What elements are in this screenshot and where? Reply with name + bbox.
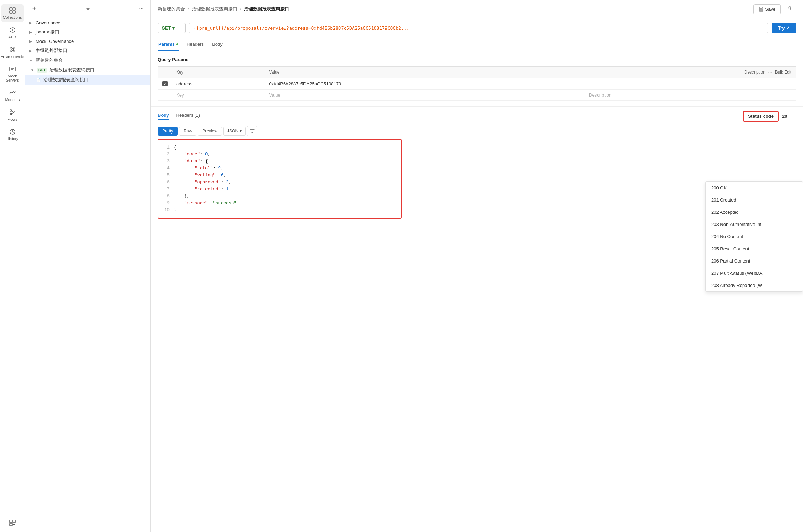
status-option-200[interactable]: 200 OK [706, 182, 803, 194]
delete-button[interactable] [783, 3, 796, 15]
breadcrumb-sep-2: / [240, 7, 241, 12]
tree-item-new-collection[interactable]: ▼ 新创建的集合 [25, 55, 150, 65]
governance-doc-label: 治理数据报表查询接口 [43, 77, 89, 83]
sidebar-item-monitors[interactable]: Monitors [1, 86, 24, 105]
chevron-right-icon: ▶ [29, 39, 33, 43]
th-actions: Description ··· Bulk Edit [589, 69, 791, 75]
filter-icon [85, 6, 91, 11]
tree-item-governance-api[interactable]: ▼ GET 治理数据报表查询接口 [25, 65, 150, 75]
breadcrumb-actions: Save [753, 3, 796, 15]
relay-chain-label: 中继链外部接口 [36, 47, 67, 54]
tab-body[interactable]: Body [211, 38, 223, 51]
format-tab-preview[interactable]: Preview [198, 127, 222, 136]
code-line: 6 "approved": 2, [164, 179, 396, 186]
request-tabs-bar: Params Headers Body [151, 38, 803, 51]
tab-params[interactable]: Params [158, 38, 179, 51]
main-content: 新创建的集合 / 治理数据报表查询接口 / 治理数据报表查询接口 Save [151, 0, 803, 532]
svg-rect-0 [10, 8, 12, 10]
status-option-203[interactable]: 203 Non-Authoritative Inf [706, 218, 803, 230]
bulk-edit-button[interactable]: Bulk Edit [775, 70, 791, 75]
json-select[interactable]: JSON ▾ [223, 127, 246, 136]
params-dot [176, 43, 178, 45]
chevron-down-icon: ▼ [29, 59, 33, 62]
environments-icon [9, 46, 16, 53]
value-cell[interactable]: 0xfd4B6b2887c5DA25aCC5108179... [265, 78, 585, 90]
svg-point-5 [10, 47, 15, 52]
mock-governance-label: Mock_Governance [36, 39, 74, 44]
tree-item-governance[interactable]: ▶ Governance [25, 18, 150, 27]
format-tab-pretty[interactable]: Pretty [158, 127, 178, 136]
sidebar-item-apis[interactable]: APIs [1, 24, 24, 42]
breadcrumb-part-1[interactable]: 新创建的集合 [158, 6, 185, 12]
status-option-202[interactable]: 202 Accepted [706, 206, 803, 218]
tab-headers[interactable]: Headers [186, 38, 204, 51]
collections-label: Collections [3, 15, 22, 20]
breadcrumb-part-2[interactable]: 治理数据报表查询接口 [192, 6, 237, 12]
code-line: 7 "rejected": 1 [164, 186, 396, 193]
filter-button[interactable] [42, 3, 134, 13]
checkbox[interactable]: ✓ [162, 81, 168, 86]
status-option-205[interactable]: 205 Reset Content [706, 243, 803, 255]
key-placeholder[interactable]: Key [172, 90, 265, 101]
try-button[interactable]: Try ↗ [772, 23, 796, 33]
jsonrpc-label: jsonrpc接口 [36, 29, 59, 35]
tree-item-governance-doc[interactable]: 📄 治理数据报表查询接口 [25, 75, 150, 85]
code-line: 8 }, [164, 193, 396, 200]
method-select[interactable]: GET ▾ [158, 23, 186, 33]
code-line: 3 "data": { [164, 158, 396, 165]
monitors-icon [9, 89, 16, 96]
sidebar-item-collections[interactable]: Collections [1, 4, 24, 22]
status-option-204[interactable]: 204 No Content [706, 230, 803, 243]
sidebar-item-history[interactable]: History [1, 126, 24, 144]
filter-response-button[interactable] [247, 126, 257, 136]
sidebar-item-explore[interactable] [1, 517, 24, 532]
col-key: Key [172, 67, 265, 78]
response-tab-body[interactable]: Body [158, 113, 169, 120]
breadcrumb-current: 治理数据报表查询接口 [244, 6, 289, 12]
collections-header: + ··· [25, 0, 150, 17]
svg-rect-14 [10, 523, 12, 526]
status-option-207[interactable]: 207 Multi-Status (WebDA [706, 267, 803, 279]
status-code-input[interactable] [782, 114, 796, 119]
key-cell[interactable]: address [172, 78, 265, 90]
status-code-label: Status code [748, 114, 774, 119]
status-option-206[interactable]: 206 Partial Content [706, 255, 803, 267]
col-value: Value [265, 67, 585, 78]
format-tab-raw[interactable]: Raw [179, 127, 196, 136]
status-dropdown: 200 OK 201 Created 202 Accepted 203 Non-… [705, 181, 803, 292]
add-collection-button[interactable]: + [29, 3, 39, 13]
checkbox-cell[interactable]: ✓ [158, 78, 172, 90]
url-input[interactable] [189, 23, 768, 33]
response-tab-right: Status code [743, 111, 796, 122]
col-checkbox [158, 67, 172, 78]
request-bar: GET ▾ Try ↗ [151, 18, 803, 38]
collections-panel: + ··· ▶ Governance ▶ jsonrpc接口 ▶ Mock_Go… [25, 0, 151, 532]
save-button[interactable]: Save [753, 4, 781, 14]
svg-rect-12 [10, 520, 12, 523]
collections-icon [9, 7, 16, 14]
svg-point-10 [10, 113, 12, 115]
flows-label: Flows [7, 117, 17, 121]
tree-item-mock-governance[interactable]: ▶ Mock_Governance [25, 37, 150, 46]
new-collection-label: 新创建的集合 [36, 57, 63, 63]
more-options-button[interactable]: ··· [136, 3, 146, 13]
tree-item-relay-chain[interactable]: ▶ 中继链外部接口 [25, 46, 150, 55]
format-tabs: Pretty Raw Preview JSON ▾ [158, 126, 796, 136]
sidebar-item-environments[interactable]: Environments [1, 43, 24, 61]
code-line: 1 { [164, 144, 396, 151]
code-line: 9 "message": "success" [164, 200, 396, 207]
response-tab-headers[interactable]: Headers (1) [176, 113, 200, 120]
status-option-201[interactable]: 201 Created [706, 194, 803, 206]
tree-item-jsonrpc[interactable]: ▶ jsonrpc接口 [25, 27, 150, 37]
value-placeholder[interactable]: Value [265, 90, 585, 101]
status-option-208[interactable]: 208 Already Reported (W [706, 279, 803, 291]
chevron-right-icon: ▶ [29, 30, 33, 34]
code-block: 1 { 2 "code": 0, 3 "data": { 4 "total": … [158, 139, 402, 219]
chevron-right-icon: ▶ [29, 49, 33, 53]
apis-label: APIs [8, 35, 16, 39]
breadcrumb: 新创建的集合 / 治理数据报表查询接口 / 治理数据报表查询接口 Save [151, 0, 803, 18]
description-cell[interactable] [585, 78, 796, 90]
sidebar-item-mock-servers[interactable]: Mock Servers [1, 63, 24, 85]
description-placeholder[interactable]: Description [585, 90, 796, 101]
sidebar-item-flows[interactable]: Flows [1, 106, 24, 124]
